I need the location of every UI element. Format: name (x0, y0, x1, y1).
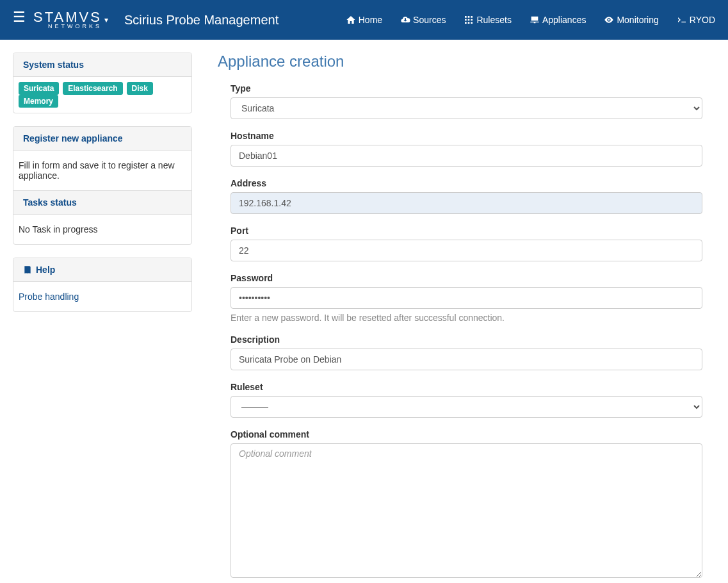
password-label: Password (231, 273, 702, 283)
nav-rulesets[interactable]: Rulesets (464, 15, 511, 25)
nav-ryod-label: RYOD (690, 15, 715, 25)
status-badges: Suricata Elasticsearch Disk Memory (13, 77, 191, 113)
navbar: ☰ STAMVS NETWORKS ▾ Scirius Probe Manage… (0, 0, 728, 40)
badge-memory[interactable]: Memory (19, 95, 58, 108)
password-input[interactable] (231, 287, 702, 309)
comment-label: Optional comment (231, 429, 702, 439)
badge-elasticsearch[interactable]: Elasticsearch (63, 82, 122, 95)
badge-disk[interactable]: Disk (127, 82, 153, 95)
page-title: Appliance creation (218, 53, 702, 70)
sidebar: System status Suricata Elasticsearch Dis… (13, 53, 192, 583)
ruleset-select[interactable]: ——— (231, 396, 702, 418)
nav-home[interactable]: Home (346, 15, 382, 25)
panel-tasks-title: Tasks status (13, 190, 191, 215)
hostname-input[interactable] (231, 145, 702, 167)
panel-tasks-text: No Task in progress (13, 215, 191, 244)
address-label: Address (231, 178, 702, 188)
cloud-download-icon (400, 15, 410, 25)
eye-icon (604, 15, 614, 25)
main-content: Appliance creation Type Suricata Hostnam… (205, 53, 715, 583)
brand-logo[interactable]: ☰ STAMVS NETWORKS ▾ (13, 10, 108, 29)
type-select[interactable]: Suricata (231, 97, 702, 119)
panel-system-status-title: System status (13, 53, 191, 77)
port-input[interactable] (231, 240, 702, 261)
grid-icon (464, 15, 474, 25)
panel-help-title-text: Help (36, 265, 55, 275)
port-label: Port (231, 226, 702, 236)
terminal-icon (677, 15, 687, 25)
nav-ryod[interactable]: RYOD (677, 15, 715, 25)
badge-suricata[interactable]: Suricata (19, 82, 59, 95)
panel-register-title: Register new appliance (13, 127, 191, 151)
appliance-icon (530, 15, 540, 25)
panel-register: Register new appliance Fill in form and … (13, 126, 192, 245)
logo-text: ☰ STAMVS (13, 10, 102, 24)
nav-home-label: Home (359, 15, 382, 25)
nav-sources-label: Sources (413, 15, 446, 25)
nav-appliances[interactable]: Appliances (530, 15, 586, 25)
nav-links: Home Sources Rulesets Appliances Monitor… (346, 15, 715, 25)
nav-sources[interactable]: Sources (400, 15, 446, 25)
password-help: Enter a new password. It will be resette… (231, 313, 702, 323)
panel-help-title: Help (13, 258, 191, 282)
panel-register-text: Fill in form and save it to register a n… (13, 151, 191, 190)
type-label: Type (231, 83, 702, 94)
hostname-label: Hostname (231, 131, 702, 141)
home-icon (346, 15, 356, 25)
nav-appliances-label: Appliances (542, 15, 586, 25)
description-label: Description (231, 334, 702, 345)
address-input[interactable] (231, 192, 702, 214)
help-link-probe-handling[interactable]: Probe handling (19, 292, 79, 302)
panel-help: Help Probe handling (13, 258, 192, 312)
chevron-down-icon: ▾ (104, 15, 108, 24)
book-icon (23, 265, 32, 274)
nav-rulesets-label: Rulesets (476, 15, 511, 25)
app-title: Scirius Probe Management (124, 13, 279, 28)
nav-monitoring[interactable]: Monitoring (604, 15, 658, 25)
ruleset-label: Ruleset (231, 382, 702, 392)
description-input[interactable] (231, 349, 702, 370)
comment-textarea[interactable] (231, 443, 702, 578)
panel-system-status: System status Suricata Elasticsearch Dis… (13, 53, 192, 113)
nav-monitoring-label: Monitoring (617, 15, 658, 25)
